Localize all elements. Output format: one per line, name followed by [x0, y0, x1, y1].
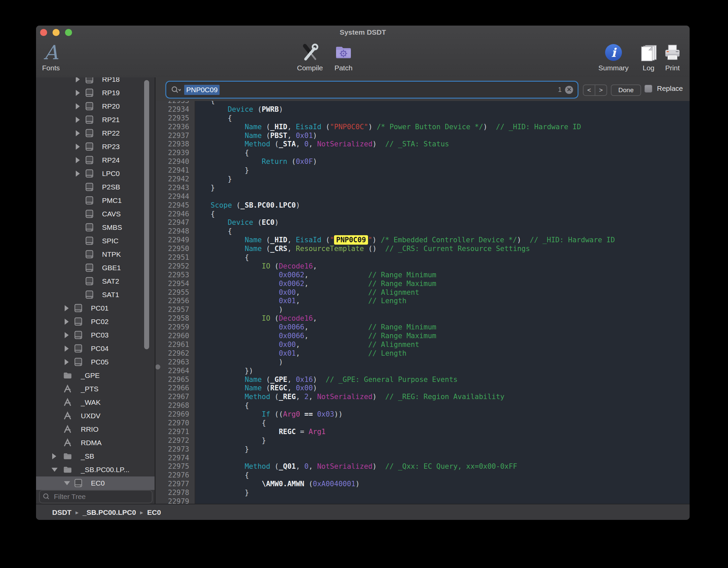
breadcrumb-item-dsdt[interactable]: DSDT — [52, 508, 71, 517]
tree-item-pts[interactable]: _PTS — [36, 382, 155, 396]
patch-folder-icon — [334, 43, 353, 62]
code-line: Method (_REG, 2, NotSerialized) // _REG:… — [194, 393, 615, 401]
patch-label: Patch — [334, 64, 353, 72]
tree-item-uxdv[interactable]: UXDV — [36, 409, 155, 423]
splitter-dimple-icon[interactable] — [156, 364, 160, 369]
disclosure-triangle-icon[interactable] — [76, 103, 80, 109]
disclosure-triangle-icon[interactable] — [65, 319, 69, 325]
tree-item-pc05[interactable]: PC05 — [36, 355, 155, 369]
code-line: Method (_Q01, 0, NotSerialized) // _Qxx:… — [194, 462, 615, 471]
code-line: IO (Decode16, — [194, 262, 615, 271]
find-next-button[interactable]: > — [595, 85, 606, 95]
breadcrumb-bar: DSDT ▸ _SB.PC00.LPC0 ▸ EC0 — [36, 504, 690, 520]
disclosure-triangle-icon[interactable] — [52, 468, 58, 472]
code-line: 0x00, // Alignment — [194, 341, 615, 349]
device-icon — [85, 88, 94, 97]
disclosure-triangle-icon[interactable] — [52, 453, 56, 459]
search-input[interactable]: PNP0C09 1 ✕ — [167, 82, 577, 97]
tree-item-sat2[interactable]: SAT2 — [36, 275, 155, 288]
tree-item-sat1[interactable]: SAT1 — [36, 288, 155, 301]
device-icon — [85, 196, 94, 205]
tree-item-label: PC03 — [91, 331, 109, 339]
tree-item-rp23[interactable]: RP23 — [36, 140, 155, 153]
filter-tree-input[interactable]: Filter Tree — [40, 491, 152, 503]
print-button[interactable]: Print — [663, 42, 682, 72]
method-icon — [63, 398, 72, 407]
find-previous-button[interactable]: < — [584, 85, 595, 95]
tree-item-pc03[interactable]: PC03 — [36, 328, 155, 342]
tree-item-pmc1[interactable]: PMC1 — [36, 194, 155, 207]
tree-item-smbs[interactable]: SMBS — [36, 221, 155, 234]
tree-item-rrio[interactable]: RRIO — [36, 423, 155, 436]
code-editor[interactable]: 2293322934229352293622937229382293922940… — [156, 101, 690, 504]
breadcrumb-separator-icon: ▸ — [140, 509, 143, 516]
code-content[interactable]: { Device (PWRB) { Name (_HID, EisaId ("P… — [194, 101, 615, 504]
tree-item-label: RP24 — [102, 156, 120, 164]
tree-item-cavs[interactable]: CAVS — [36, 207, 155, 221]
summary-button[interactable]: i Summary — [598, 42, 629, 72]
log-button[interactable]: Log — [639, 42, 658, 72]
tree-item-rp18[interactable]: RP18 — [36, 77, 155, 86]
disclosure-triangle-icon[interactable] — [65, 359, 69, 365]
device-icon — [85, 250, 94, 259]
clear-search-icon[interactable]: ✕ — [565, 86, 573, 94]
device-icon — [74, 317, 83, 326]
disclosure-triangle-icon[interactable] — [76, 130, 80, 136]
tree-item-lpc0[interactable]: LPC0 — [36, 167, 155, 180]
tree-item-pc02[interactable]: PC02 — [36, 315, 155, 328]
tree-item-rp24[interactable]: RP24 — [36, 153, 155, 167]
disclosure-triangle-icon[interactable] — [65, 332, 69, 338]
sidebar-scrollbar[interactable] — [144, 80, 149, 349]
device-icon — [85, 115, 94, 124]
device-icon — [74, 357, 83, 366]
tree-item-spic[interactable]: SPIC — [36, 234, 155, 248]
code-line: { — [194, 149, 615, 157]
tree-item-label: SMBS — [102, 223, 122, 232]
disclosure-triangle-icon[interactable] — [65, 346, 69, 352]
code-line: ) — [194, 306, 615, 314]
tree-item-rdma[interactable]: RDMA — [36, 436, 155, 450]
method-icon — [63, 384, 72, 393]
code-line: }) — [194, 367, 615, 376]
code-line: } — [194, 445, 615, 454]
tree-item-rp22[interactable]: RP22 — [36, 127, 155, 140]
tree-item-pc04[interactable]: PC04 — [36, 342, 155, 355]
disclosure-triangle-icon[interactable] — [76, 117, 80, 123]
disclosure-triangle-icon[interactable] — [76, 157, 80, 163]
code-line: } — [194, 166, 615, 175]
tree-item-label: _WAK — [81, 398, 101, 406]
disclosure-triangle-icon[interactable] — [76, 144, 80, 150]
filter-search-icon — [42, 493, 51, 501]
compile-button[interactable]: Compile — [297, 42, 323, 72]
disclosure-triangle-icon[interactable] — [76, 171, 80, 177]
breadcrumb-item-scope[interactable]: _SB.PC00.LPC0 — [82, 508, 136, 517]
code-line: If ((Arg0 == 0x03)) — [194, 410, 615, 419]
device-icon — [85, 236, 94, 245]
tree-item-wak[interactable]: _WAK — [36, 396, 155, 409]
disclosure-triangle-icon[interactable] — [76, 77, 80, 82]
tree-item-gpe[interactable]: _GPE — [36, 369, 155, 382]
fonts-button[interactable]: A Fonts — [42, 42, 60, 72]
tree-item-ntpk[interactable]: NTPK — [36, 248, 155, 261]
patch-button[interactable]: Patch — [334, 42, 353, 72]
search-value: PNP0C09 — [184, 85, 220, 95]
tree-item-pc01[interactable]: PC01 — [36, 301, 155, 315]
tree-item-sbpc00lp[interactable]: _SB.PC00.LP... — [36, 463, 155, 476]
summary-label: Summary — [598, 64, 629, 72]
tree-item-rp19[interactable]: RP19 — [36, 86, 155, 100]
disclosure-triangle-icon[interactable] — [65, 305, 69, 311]
tree-item-gbe1[interactable]: GBE1 — [36, 261, 155, 275]
breadcrumb-item-ec0[interactable]: EC0 — [147, 508, 161, 517]
tree-item-sb[interactable]: _SB — [36, 450, 155, 463]
replace-checkbox[interactable] — [644, 85, 652, 93]
code-line: ) — [194, 358, 615, 367]
disclosure-triangle-icon[interactable] — [64, 481, 70, 485]
tree-item-ec0[interactable]: EC0 — [36, 476, 155, 490]
tree-item-rp20[interactable]: RP20 — [36, 100, 155, 113]
tree-item-p2sb[interactable]: P2SB — [36, 180, 155, 194]
tree-item-rp21[interactable]: RP21 — [36, 113, 155, 127]
done-button[interactable]: Done — [611, 84, 641, 96]
device-icon — [85, 142, 94, 151]
disclosure-triangle-icon[interactable] — [76, 90, 80, 96]
compile-tools-icon — [300, 43, 320, 62]
